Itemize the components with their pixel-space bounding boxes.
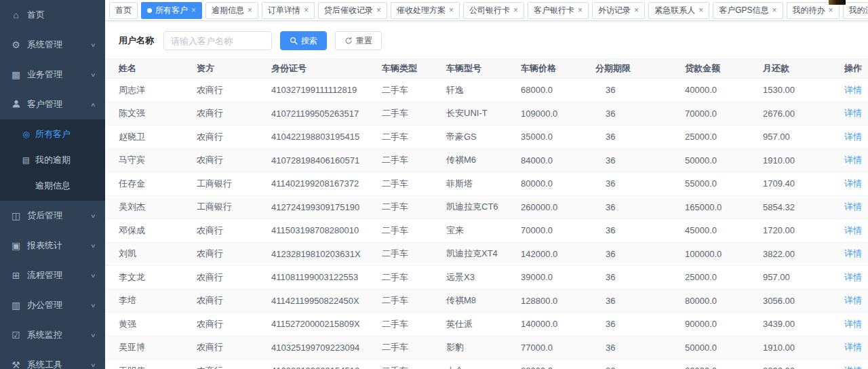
close-icon[interactable]: × [513, 6, 518, 14]
cell-monthly-payment: 1910.00 [763, 155, 844, 166]
chevron-down-icon: ∨ [90, 243, 96, 249]
customer-name-input[interactable] [163, 31, 272, 50]
cell-vehicle-model: 传祺M6 [446, 154, 521, 166]
tab-4[interactable]: 贷后催收记录× [318, 2, 387, 19]
cell-monthly-payment: 1910.00 [763, 343, 844, 353]
content-area: 用户名称 搜索 [105, 21, 868, 369]
close-icon[interactable]: × [829, 6, 833, 14]
close-icon[interactable]: × [698, 6, 703, 14]
detail-link[interactable]: 详情 [844, 248, 862, 258]
tab-9[interactable]: 紧急联系人× [648, 2, 709, 19]
table-row: 任存金工商银行411402199208167372二手车菲斯塔80000.036… [105, 172, 868, 196]
report-monitor-icon: ▣ [10, 241, 22, 250]
cell-term: 36 [595, 225, 685, 235]
tab-2[interactable]: 逾期信息× [205, 2, 258, 19]
close-icon[interactable]: × [772, 6, 776, 14]
detail-link[interactable]: 详情 [844, 342, 862, 352]
refresh-icon [344, 37, 353, 45]
column-header-term: 分期期限 [595, 62, 685, 75]
cell-vehicle-type: 二手车 [382, 294, 446, 307]
sidebar-item-loan[interactable]: ◫贷后管理∨ [0, 201, 105, 231]
sidebar-item-business[interactable]: ▦业务管理∨ [0, 60, 105, 90]
chevron-down-icon: ∨ [90, 273, 96, 279]
cell-vehicle-type: 二手车 [382, 178, 446, 190]
tab-6[interactable]: 公司银行卡× [463, 2, 524, 19]
cell-loan-amount: 25000.0 [685, 272, 763, 282]
sidebar-item-workflow[interactable]: ⊞流程管理∨ [0, 260, 105, 290]
detail-link[interactable]: 详情 [844, 225, 862, 235]
close-icon[interactable]: × [376, 6, 381, 14]
sidebar-item-label: 逾期信息 [35, 180, 71, 192]
cell-vehicle-type: 二手车 [382, 131, 446, 143]
cell-name: 李培 [119, 294, 197, 307]
cell-vehicle-model: 远景X3 [446, 271, 521, 284]
submenu-customer: ◎所有客户▤我的逾期逾期信息 [0, 119, 105, 201]
business-grid-icon: ▦ [10, 70, 22, 79]
detail-link[interactable]: 详情 [844, 295, 862, 305]
tab-12[interactable]: 我的流程× [843, 2, 868, 19]
cell-action: 详情 [844, 154, 868, 166]
cell-term: 36 [595, 109, 685, 119]
cell-loan-amount: 165000.0 [685, 202, 763, 212]
cell-term: 36 [595, 202, 685, 212]
detail-link[interactable]: 详情 [844, 272, 862, 282]
cell-funder: 农商行 [197, 84, 271, 96]
detail-link[interactable]: 详情 [844, 201, 862, 212]
column-header-monthly-payment: 月还款 [763, 62, 844, 75]
detail-link[interactable]: 详情 [844, 132, 862, 142]
sidebar-item-office[interactable]: ▥办公管理∨ [0, 290, 105, 320]
sidebar-item-customer[interactable]: 客户管理∧ [0, 90, 105, 119]
close-icon[interactable]: × [578, 6, 583, 14]
detail-link[interactable]: 详情 [844, 366, 862, 369]
cell-funder: 工商银行 [197, 178, 271, 190]
detail-link[interactable]: 详情 [844, 155, 862, 165]
sidebar-item-my-overdue[interactable]: ▤我的逾期 [0, 147, 105, 173]
chevron-down-icon: ∨ [90, 362, 96, 368]
sidebar-item-home[interactable]: ⌂首页 [0, 0, 105, 30]
sidebar-item-system[interactable]: ⚙系统管理∨ [0, 30, 105, 60]
tab-3[interactable]: 订单详情× [262, 2, 315, 19]
tab-7[interactable]: 客户银行卡× [528, 2, 589, 19]
tab-5[interactable]: 催收处理方案× [391, 2, 460, 19]
close-icon[interactable]: × [634, 6, 639, 14]
cell-vehicle-model: 传祺M8 [446, 294, 521, 307]
close-icon[interactable]: × [191, 6, 196, 14]
office-icon: ▥ [10, 300, 22, 310]
detail-link[interactable]: 详情 [844, 178, 862, 189]
cell-id-number: 410422198803195415 [271, 132, 382, 142]
tab-10[interactable]: 客户GPS信息× [713, 2, 783, 19]
chevron-down-icon: ∨ [90, 332, 96, 338]
tab-0[interactable]: 首页 [109, 2, 138, 19]
sidebar-item-overdue-info[interactable]: 逾期信息 [0, 173, 105, 199]
sidebar-item-label: 业务管理 [27, 69, 91, 81]
cell-id-number: 410322199203154512 [271, 366, 382, 369]
cell-name: 赵晓卫 [119, 131, 197, 143]
sidebar-item-label: 报表统计 [27, 239, 91, 252]
reset-button[interactable]: 重置 [335, 31, 382, 50]
cell-action: 详情 [844, 365, 868, 369]
tab-1[interactable]: 所有客户× [141, 2, 202, 19]
avatar-image-fragment[interactable] [829, 0, 846, 5]
cell-monthly-payment: 957.00 [763, 132, 844, 142]
sidebar-item-all-customers[interactable]: ◎所有客户 [0, 121, 105, 147]
table-row: 李培农商行41142119950822450X二手车传祺M8128800.036… [105, 290, 868, 313]
cell-monthly-payment: 1720.00 [763, 225, 844, 235]
cell-funder: 农商行 [197, 131, 271, 143]
cell-monthly-payment: 957.00 [763, 272, 844, 282]
chevron-up-icon: ∧ [90, 102, 96, 108]
detail-link[interactable]: 详情 [844, 319, 862, 329]
close-icon[interactable]: × [248, 6, 252, 14]
detail-link[interactable]: 详情 [844, 108, 862, 118]
search-button[interactable]: 搜索 [280, 31, 327, 50]
search-form: 用户名称 搜索 [105, 21, 868, 58]
sidebar-item-label: 首页 [27, 9, 105, 21]
cell-vehicle-type: 二手车 [382, 107, 446, 119]
tab-8[interactable]: 外访记录× [592, 2, 645, 19]
close-icon[interactable]: × [449, 6, 454, 14]
sidebar-item-tools[interactable]: ⚒系统工具∨ [0, 350, 105, 369]
close-icon[interactable]: × [304, 6, 309, 14]
gear-icon: ⚙ [10, 40, 22, 50]
sidebar-item-report[interactable]: ▣报表统计∨ [0, 231, 105, 260]
detail-link[interactable]: 详情 [844, 85, 862, 95]
sidebar-item-monitor[interactable]: ☑系统监控∨ [0, 320, 105, 350]
